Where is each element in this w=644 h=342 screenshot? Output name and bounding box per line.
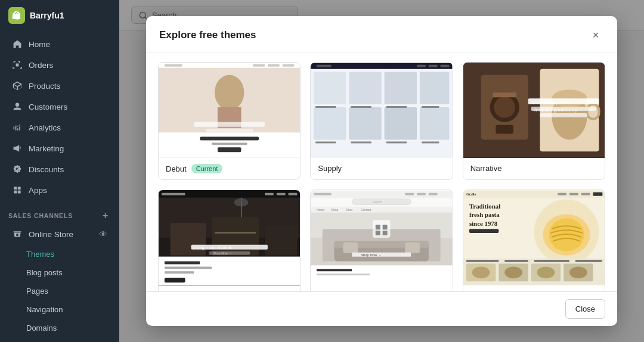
discounts-icon <box>12 164 23 175</box>
sidebar-subitem-domains[interactable]: Domains <box>4 319 116 337</box>
sidebar-item-customers-label: Customers <box>29 102 67 111</box>
svg-rect-3 <box>253 64 265 67</box>
theme-info-narrative: Narrative <box>463 158 605 179</box>
svg-point-42 <box>494 97 515 118</box>
svg-rect-35 <box>386 141 407 143</box>
svg-text:Living room accents: Living room accents <box>193 245 232 250</box>
svg-rect-44 <box>496 125 513 134</box>
sidebar-subitem-blog-posts[interactable]: Blog posts <box>4 264 116 281</box>
modal-close-button[interactable]: × <box>587 27 604 43</box>
shopify-logo <box>8 7 25 24</box>
explore-themes-modal: Explore free themes × <box>146 16 617 326</box>
theme-name-supply: Supply <box>318 164 342 173</box>
svg-text:Grallo: Grallo <box>466 192 476 196</box>
svg-text:Drop: Drop <box>346 209 353 212</box>
svg-rect-19 <box>429 65 438 67</box>
theme-preview-narrative: Reinventing coffee from the grounds up <box>463 63 605 158</box>
modal-title: Explore free themes <box>159 29 256 41</box>
svg-rect-10 <box>206 129 253 132</box>
svg-text:Home: Home <box>317 209 324 212</box>
sidebar-item-marketing-label: Marketing <box>29 144 64 153</box>
theme-preview-debut <box>159 63 300 158</box>
brand-header[interactable]: Barryfu1 <box>0 0 119 31</box>
sidebar-item-products[interactable]: Products <box>4 76 116 96</box>
svg-rect-117 <box>469 229 499 233</box>
svg-rect-43 <box>493 92 516 97</box>
channels-label: SALES CHANNELS <box>8 212 73 219</box>
svg-rect-100 <box>376 231 380 235</box>
add-channel-button[interactable]: + <box>100 210 111 221</box>
svg-rect-22 <box>349 72 382 104</box>
theme-preview-supply <box>311 63 452 158</box>
modal-header: Explore free themes × <box>146 16 617 52</box>
svg-rect-75 <box>165 271 194 273</box>
theme-info-supply: Supply <box>311 158 452 179</box>
sidebar-item-analytics-label: Analytics <box>29 123 61 132</box>
svg-point-131 <box>504 266 522 278</box>
theme-card-minimal[interactable]: Search Home Shop Drop Contact <box>310 189 453 291</box>
sidebar-item-orders[interactable]: Orders <box>4 55 116 75</box>
sidebar-item-analytics[interactable]: Analytics <box>4 117 116 138</box>
customers-icon <box>12 101 23 112</box>
svg-rect-101 <box>383 231 388 235</box>
svg-text:Shop: Shop <box>332 209 339 212</box>
svg-rect-112 <box>581 193 590 195</box>
home-icon <box>12 39 23 49</box>
sidebar-subitem-themes[interactable]: Themes <box>4 245 116 263</box>
theme-card-narrative[interactable]: Reinventing coffee from the grounds up N… <box>463 62 605 180</box>
svg-rect-20 <box>441 65 450 67</box>
svg-text:Reinventing coffee: Reinventing coffee <box>531 100 571 105</box>
sidebar-subitem-navigation[interactable]: Navigation <box>4 301 116 318</box>
svg-text:Shop Now →: Shop Now → <box>361 253 382 257</box>
theme-card-express[interactable]: Grallo Traditional fresh pasta since 197… <box>463 189 605 291</box>
sidebar-subitem-pages[interactable]: Pages <box>4 282 116 300</box>
modal-footer: Close <box>146 291 617 326</box>
modal-overlay[interactable]: Explore free themes × <box>119 0 644 342</box>
sidebar-item-online-store[interactable]: Online Store 👁 <box>4 224 116 244</box>
theme-card-brooklyn[interactable]: Living room accents Shop Now → <box>158 189 301 291</box>
main-nav: Home Orders Products Customers Analytics <box>0 31 119 203</box>
sidebar-item-home-label: Home <box>29 40 50 49</box>
sidebar-subitem-domains-label: Domains <box>26 324 57 332</box>
svg-rect-13 <box>212 142 247 145</box>
svg-rect-9 <box>194 122 265 127</box>
sidebar-subitem-navigation-label: Navigation <box>26 305 63 314</box>
svg-rect-23 <box>385 72 417 104</box>
svg-rect-97 <box>373 220 391 238</box>
svg-rect-74 <box>165 266 212 269</box>
svg-text:fresh pasta: fresh pasta <box>469 211 500 218</box>
svg-text:from the grounds up: from the grounds up <box>534 107 577 113</box>
svg-rect-81 <box>417 193 426 195</box>
sidebar-item-discounts[interactable]: Discounts <box>4 159 116 179</box>
channels-section-header: SALES CHANNELS + <box>0 203 119 223</box>
theme-card-supply[interactable]: Supply <box>310 62 453 180</box>
svg-rect-73 <box>165 262 200 265</box>
sidebar-item-customers[interactable]: Customers <box>4 97 116 117</box>
themes-grid: Debut Current <box>158 62 605 291</box>
theme-card-debut[interactable]: Debut Current <box>158 62 301 180</box>
svg-rect-24 <box>420 72 449 104</box>
close-modal-button[interactable]: Close <box>565 299 605 319</box>
svg-rect-99 <box>383 225 388 229</box>
svg-rect-76 <box>165 278 185 282</box>
eye-icon[interactable]: 👁 <box>99 229 107 239</box>
svg-rect-123 <box>504 260 528 262</box>
svg-text:Shop Now →: Shop Now → <box>213 251 232 255</box>
analytics-icon <box>12 122 23 133</box>
svg-text:Contact: Contact <box>361 209 371 212</box>
sidebar-subitem-preferences[interactable]: Preferences <box>4 338 116 342</box>
sidebar-item-apps[interactable]: Apps <box>4 180 116 200</box>
products-icon <box>12 80 23 91</box>
svg-rect-5 <box>283 64 295 67</box>
sidebar-item-apps-label: Apps <box>29 186 47 195</box>
modal-body[interactable]: Debut Current <box>146 52 617 291</box>
svg-point-132 <box>537 266 555 278</box>
current-badge: Current <box>191 164 223 173</box>
sidebar-item-home[interactable]: Home <box>4 34 116 54</box>
svg-rect-26 <box>349 107 382 139</box>
sidebar-item-marketing[interactable]: Marketing <box>4 138 116 158</box>
svg-rect-124 <box>534 260 569 262</box>
svg-text:Search: Search <box>373 201 382 204</box>
svg-rect-56 <box>162 193 185 195</box>
svg-rect-14 <box>218 147 242 152</box>
